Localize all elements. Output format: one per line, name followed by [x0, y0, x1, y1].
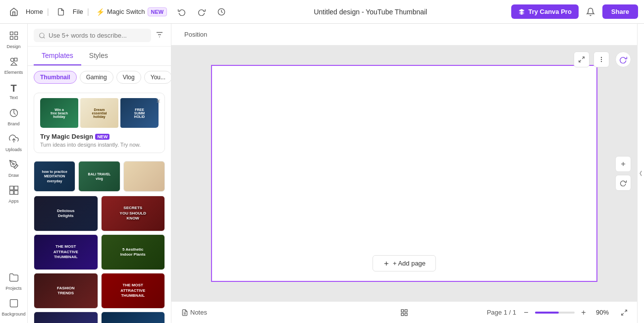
template-row-2: DeliciousDelights SECRETSYOU SHOULDKNOW: [34, 196, 165, 231]
template-row-3: THE MOSTATTRACTIVETHUMBNAIL 5 AestheticI…: [34, 234, 165, 270]
template-card-10[interactable]: [34, 312, 98, 323]
side-tool-2[interactable]: [615, 175, 631, 191]
zoom-slider-fill: [535, 312, 559, 314]
undo-button[interactable]: [174, 4, 190, 20]
svg-point-16: [40, 33, 44, 37]
svg-rect-34: [405, 313, 407, 316]
magic-switch-badge: NEW: [148, 7, 167, 16]
sidebar-item-brand[interactable]: Brand: [2, 105, 26, 129]
tag-youtube[interactable]: You...: [144, 71, 171, 84]
apps-icon: [9, 185, 19, 198]
more-options-icon-button[interactable]: [593, 52, 609, 67]
search-input[interactable]: [49, 32, 146, 39]
svg-point-24: [601, 59, 601, 59]
file-button[interactable]: [53, 4, 69, 20]
fullscreen-button[interactable]: [617, 306, 631, 320]
redo-button[interactable]: [194, 4, 210, 20]
svg-point-10: [12, 163, 14, 164]
sidebar-item-draw[interactable]: Draw: [2, 157, 26, 180]
sidebar-item-brand-label: Brand: [7, 121, 19, 126]
draw-icon: [9, 160, 19, 172]
home-label[interactable]: Home: [26, 8, 43, 15]
template-card-1[interactable]: how to practiceMEDITATIONeveryday: [34, 161, 75, 192]
ai-refresh-button[interactable]: [615, 52, 631, 67]
promo-thumb-2: Dreamessentialholiday: [80, 98, 118, 128]
file-label[interactable]: File: [73, 8, 83, 15]
template-row-4: FASHIONTRENDS THE MOSTATTRACTIVETHUMBNAI…: [34, 273, 165, 309]
sidebar-item-design[interactable]: Design: [2, 28, 26, 52]
filter-button[interactable]: [154, 29, 165, 42]
svg-rect-3: [14, 36, 17, 39]
template-card-8[interactable]: FASHIONTRENDS: [34, 273, 98, 309]
text-icon: T: [10, 83, 16, 94]
canvas-refresh-area: [615, 52, 631, 67]
topbar-center: Untitled design - YouTube Thumbnail: [233, 8, 507, 16]
svg-rect-13: [14, 190, 18, 194]
share-button[interactable]: Share: [602, 4, 638, 19]
svg-rect-12: [14, 186, 18, 190]
sidebar-item-background[interactable]: Background: [2, 295, 26, 319]
notifications-button[interactable]: [583, 4, 598, 20]
magic-promo: Win afree beachholiday Dreamessentialhol…: [34, 93, 165, 153]
canvas-top-icons: [574, 52, 609, 67]
tag-gaming[interactable]: Gaming: [80, 71, 113, 84]
add-page-button[interactable]: + Add page: [373, 255, 436, 271]
design-icon: [9, 31, 19, 43]
sidebar-item-elements-label: Elements: [4, 70, 23, 75]
tab-templates[interactable]: Templates: [34, 47, 81, 65]
magic-promo-desc: Turn ideas into designs instantly. Try n…: [40, 142, 159, 148]
canvas-frame[interactable]: [211, 65, 597, 282]
sidebar-item-elements[interactable]: Elements: [2, 54, 26, 77]
template-card-4[interactable]: DeliciousDelights: [34, 196, 98, 231]
svg-line-21: [582, 57, 584, 59]
tab-styles[interactable]: Styles: [81, 47, 116, 65]
sidebar-item-background-label: Background: [1, 312, 25, 317]
panel: Templates Styles Thumbnail Gaming Vlog Y…: [28, 24, 171, 323]
projects-icon: [9, 272, 19, 285]
template-card-5[interactable]: SECRETSYOU SHOULDKNOW: [101, 196, 165, 231]
sidebar-item-apps[interactable]: Apps: [2, 182, 26, 206]
tag-thumbnail[interactable]: Thumbnail: [34, 71, 77, 84]
try-canva-button[interactable]: Try Canva Pro: [511, 4, 578, 19]
position-button[interactable]: Position: [179, 29, 212, 40]
side-tool-1[interactable]: [615, 156, 631, 172]
svg-rect-1: [10, 32, 13, 35]
sidebar-item-design-label: Design: [6, 44, 20, 49]
svg-rect-33: [405, 310, 407, 312]
timer-button[interactable]: [214, 4, 229, 20]
show-pages-button[interactable]: [396, 307, 412, 319]
svg-rect-6: [14, 58, 17, 61]
promo-thumb-3: FREESUMMHOLID: [120, 98, 159, 128]
template-card-3[interactable]: [123, 161, 165, 192]
template-card-6[interactable]: THE MOSTATTRACTIVETHUMBNAIL: [34, 234, 98, 270]
svg-rect-4: [10, 36, 13, 39]
magic-promo-title: Try Magic Design: [40, 133, 93, 140]
notes-button[interactable]: Notes: [177, 307, 211, 318]
topbar: Home | File | ⚡ Magic Switch NEW: [0, 0, 644, 24]
tag-vlog[interactable]: Vlog: [116, 71, 141, 84]
sidebar-item-apps-label: Apps: [8, 199, 19, 204]
right-panel-collapse[interactable]: [637, 24, 644, 323]
sidebar-item-uploads[interactable]: Uploads: [2, 131, 26, 155]
magic-switch-button[interactable]: ⚡ Magic Switch NEW: [93, 4, 170, 20]
magic-promo-close-button[interactable]: ×: [157, 97, 161, 105]
home-button[interactable]: [6, 4, 22, 20]
canvas-toolbar: Position: [171, 24, 637, 46]
template-card-11[interactable]: GAMINGCHANNEL: [101, 312, 165, 323]
elements-icon: [9, 56, 19, 69]
expand-icon-button[interactable]: [574, 52, 590, 67]
sidebar-item-text[interactable]: T Text: [2, 79, 26, 103]
zoom-out-button[interactable]: −: [519, 306, 533, 320]
zoom-slider-track: [535, 312, 575, 314]
svg-point-5: [10, 58, 14, 61]
template-card-2[interactable]: BALI TRAVELvlog: [78, 161, 120, 192]
template-card-7[interactable]: 5 AestheticIndoor Plants: [101, 234, 165, 270]
svg-line-36: [625, 310, 627, 312]
sidebar-item-projects[interactable]: Projects: [2, 269, 26, 293]
svg-marker-7: [11, 62, 17, 65]
sidebar-item-text-label: Text: [9, 95, 18, 100]
template-card-9[interactable]: THE MOSTATTRACTIVETHUMBNAIL: [101, 273, 165, 309]
zoom-in-button[interactable]: +: [577, 306, 590, 320]
svg-rect-15: [10, 299, 17, 307]
svg-rect-14: [9, 190, 13, 194]
